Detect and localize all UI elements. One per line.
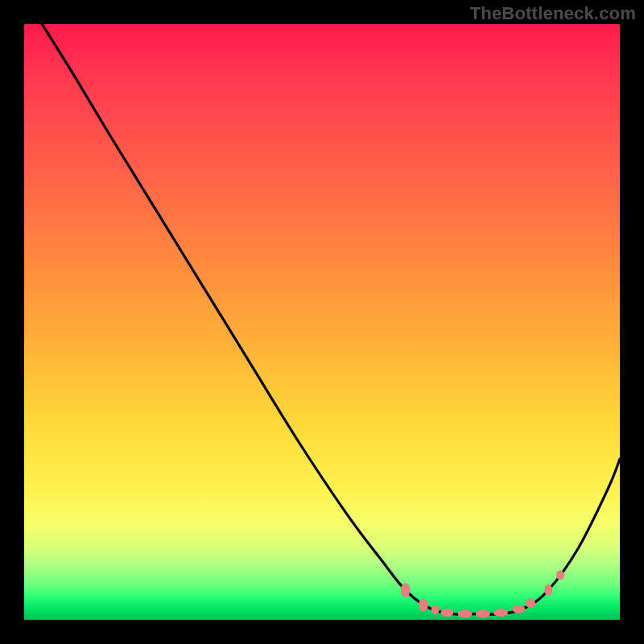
bottleneck-curve xyxy=(42,24,620,614)
valley-marker xyxy=(440,609,453,617)
watermark-text: TheBottleneck.com xyxy=(470,3,636,24)
valley-marker xyxy=(512,605,525,613)
chart-svg xyxy=(24,24,620,620)
valley-marker xyxy=(419,599,428,612)
valley-marker xyxy=(544,584,552,596)
valley-marker xyxy=(401,583,411,597)
valley-marker xyxy=(458,610,473,618)
valley-marker xyxy=(556,571,564,580)
valley-marker xyxy=(476,610,490,618)
valley-marker xyxy=(493,609,508,617)
valley-marker xyxy=(526,598,535,608)
valley-marker xyxy=(431,605,440,614)
chart-frame: TheBottleneck.com xyxy=(0,0,644,644)
plot-area xyxy=(24,24,620,620)
